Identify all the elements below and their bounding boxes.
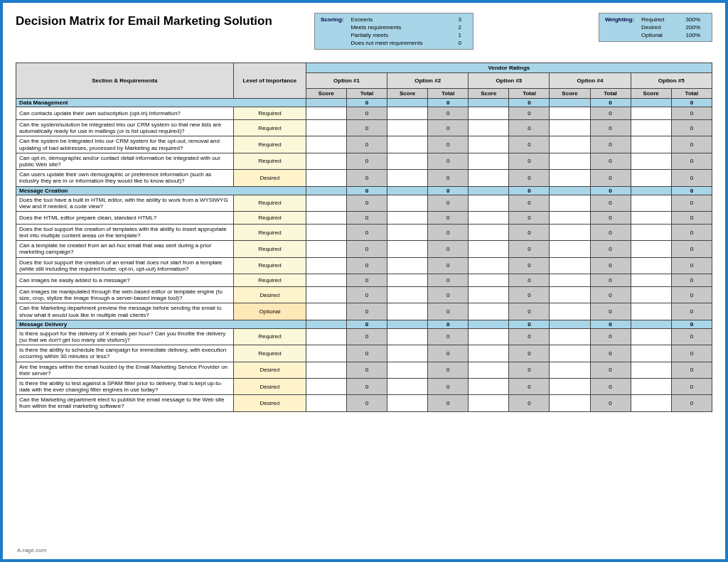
score-input[interactable] xyxy=(469,274,509,287)
score-input[interactable] xyxy=(469,362,509,378)
score-input[interactable] xyxy=(631,136,671,153)
score-input[interactable] xyxy=(469,328,509,345)
score-input[interactable] xyxy=(631,378,671,394)
score-input[interactable] xyxy=(469,153,509,169)
score-input[interactable] xyxy=(469,136,509,153)
score-input[interactable] xyxy=(387,362,428,378)
score-input[interactable] xyxy=(631,274,671,287)
weighting-legend: Weighting:Required300%Desired200%Optiona… xyxy=(599,13,712,42)
score-input[interactable] xyxy=(550,195,590,211)
score-input[interactable] xyxy=(631,211,671,224)
score-input[interactable] xyxy=(387,107,428,120)
vendor-ratings-header: Vendor Ratings xyxy=(306,63,712,73)
score-input[interactable] xyxy=(469,170,509,186)
score-input[interactable] xyxy=(550,257,590,274)
score-input[interactable] xyxy=(306,136,346,153)
score-input[interactable] xyxy=(550,153,590,169)
score-input[interactable] xyxy=(387,257,428,274)
score-input[interactable] xyxy=(387,378,428,394)
scoring-value: 2 xyxy=(429,24,466,31)
score-input[interactable] xyxy=(469,378,509,394)
score-input[interactable] xyxy=(306,328,346,345)
score-input[interactable] xyxy=(469,345,509,362)
score-input[interactable] xyxy=(387,303,428,320)
score-input[interactable] xyxy=(306,257,346,274)
section-total: 0 xyxy=(590,320,631,328)
score-input[interactable] xyxy=(306,303,346,320)
score-input[interactable] xyxy=(306,107,346,120)
score-input[interactable] xyxy=(631,287,671,303)
score-input[interactable] xyxy=(387,395,428,411)
score-input[interactable] xyxy=(387,328,428,345)
score-input[interactable] xyxy=(550,136,590,153)
section-total: 0 xyxy=(671,99,712,107)
option-header: Option #2 xyxy=(387,73,469,89)
score-input[interactable] xyxy=(631,224,671,240)
score-input[interactable] xyxy=(387,195,428,211)
score-input[interactable] xyxy=(550,170,590,186)
score-input[interactable] xyxy=(550,328,590,345)
score-input[interactable] xyxy=(631,362,671,378)
score-input[interactable] xyxy=(469,287,509,303)
score-input[interactable] xyxy=(631,345,671,362)
score-input[interactable] xyxy=(387,136,428,153)
score-input[interactable] xyxy=(550,107,590,120)
score-input[interactable] xyxy=(306,153,346,169)
score-input[interactable] xyxy=(306,287,346,303)
score-input[interactable] xyxy=(469,241,509,257)
score-input[interactable] xyxy=(550,362,590,378)
score-input[interactable] xyxy=(550,345,590,362)
score-input[interactable] xyxy=(306,211,346,224)
score-input[interactable] xyxy=(306,170,346,186)
score-input[interactable] xyxy=(469,224,509,240)
score-input[interactable] xyxy=(387,153,428,169)
score-input[interactable] xyxy=(306,274,346,287)
score-input[interactable] xyxy=(550,395,590,411)
score-input[interactable] xyxy=(631,241,671,257)
score-input[interactable] xyxy=(469,195,509,211)
score-input[interactable] xyxy=(306,362,346,378)
score-input[interactable] xyxy=(469,257,509,274)
score-input[interactable] xyxy=(631,328,671,345)
score-input[interactable] xyxy=(387,287,428,303)
score-input[interactable] xyxy=(550,274,590,287)
score-input[interactable] xyxy=(550,287,590,303)
score-input[interactable] xyxy=(550,120,590,136)
score-input[interactable] xyxy=(387,170,428,186)
score-input[interactable] xyxy=(631,257,671,274)
score-input[interactable] xyxy=(306,378,346,394)
option-header: Option #3 xyxy=(469,73,550,89)
score-input[interactable] xyxy=(469,211,509,224)
score-input[interactable] xyxy=(550,241,590,257)
score-input[interactable] xyxy=(306,195,346,211)
score-input[interactable] xyxy=(550,211,590,224)
score-input[interactable] xyxy=(306,345,346,362)
score-input[interactable] xyxy=(387,241,428,257)
score-input[interactable] xyxy=(631,120,671,136)
score-input[interactable] xyxy=(631,107,671,120)
score-input[interactable] xyxy=(550,378,590,394)
score-input[interactable] xyxy=(387,224,428,240)
score-input[interactable] xyxy=(631,153,671,169)
score-input[interactable] xyxy=(387,274,428,287)
row-total: 0 xyxy=(509,345,550,362)
row-total: 0 xyxy=(590,287,631,303)
score-input[interactable] xyxy=(631,170,671,186)
score-input[interactable] xyxy=(550,303,590,320)
score-input[interactable] xyxy=(631,195,671,211)
score-input[interactable] xyxy=(306,120,346,136)
score-input[interactable] xyxy=(306,241,346,257)
section-total: 0 xyxy=(428,99,469,107)
score-input[interactable] xyxy=(469,303,509,320)
score-input[interactable] xyxy=(631,303,671,320)
score-input[interactable] xyxy=(550,224,590,240)
score-input[interactable] xyxy=(469,107,509,120)
score-input[interactable] xyxy=(631,395,671,411)
score-input[interactable] xyxy=(469,395,509,411)
score-input[interactable] xyxy=(306,395,346,411)
score-input[interactable] xyxy=(469,120,509,136)
score-input[interactable] xyxy=(387,211,428,224)
score-input[interactable] xyxy=(387,120,428,136)
score-input[interactable] xyxy=(306,224,346,240)
score-input[interactable] xyxy=(387,345,428,362)
